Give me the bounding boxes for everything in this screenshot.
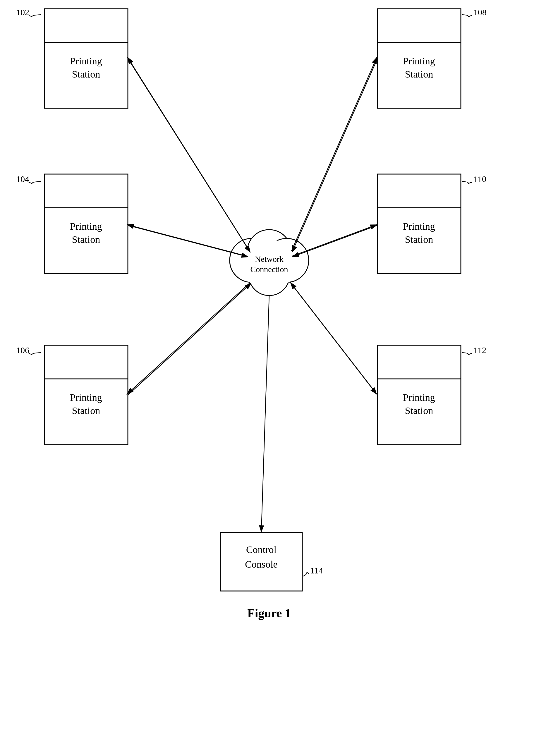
diagram: Printing Station Printing Station Printi… <box>0 0 558 756</box>
network-label2: Connection <box>250 265 288 274</box>
station-104-label: Printing <box>70 221 102 232</box>
arrow-net-to-102 <box>128 57 250 251</box>
arrow-net-to-112 <box>290 282 377 394</box>
station-110-label2: Station <box>405 234 433 245</box>
ref-110: 110 <box>474 174 486 184</box>
ref-112: 112 <box>474 345 486 355</box>
console-label2: Console <box>245 559 277 570</box>
callout-114 <box>303 572 309 576</box>
station-112-label: Printing <box>403 392 435 403</box>
station-106-label: Printing <box>70 392 102 403</box>
arrow-110-to-net <box>292 225 378 257</box>
callout-106 <box>29 353 41 355</box>
station-112-label2: Station <box>405 405 433 416</box>
station-102-label2: Station <box>72 69 100 80</box>
figure-caption: Figure 1 <box>247 606 291 620</box>
station-108-label: Printing <box>403 56 435 67</box>
arrow-108-to-net <box>292 58 378 252</box>
station-102-label: Printing <box>70 56 102 67</box>
ref-106: 106 <box>16 345 29 355</box>
station-106-label2: Station <box>72 405 100 416</box>
station-104-label2: Station <box>72 234 100 245</box>
ref-114: 114 <box>310 566 323 575</box>
console-label1: Control <box>246 544 277 555</box>
arrow-net-to-console <box>261 295 269 532</box>
callout-104 <box>29 181 41 184</box>
callout-108 <box>462 15 472 17</box>
arrow-106-to-net <box>128 283 251 395</box>
ref-102: 102 <box>16 7 29 17</box>
callout-112 <box>462 353 472 355</box>
arrow-net-to-110 <box>292 225 377 256</box>
arrow-net-to-108 <box>291 57 377 251</box>
station-108-label2: Station <box>405 69 433 80</box>
callout-110 <box>462 181 472 184</box>
diagram-svg: Printing Station Printing Station Printi… <box>0 0 558 756</box>
ref-108: 108 <box>474 7 487 17</box>
arrow-net-to-104 <box>127 225 247 256</box>
arrow-net-to-106 <box>127 283 250 394</box>
callout-102 <box>29 15 41 17</box>
ref-104: 104 <box>16 174 29 184</box>
station-110-label: Printing <box>403 221 435 232</box>
network-label1: Network <box>255 255 283 264</box>
